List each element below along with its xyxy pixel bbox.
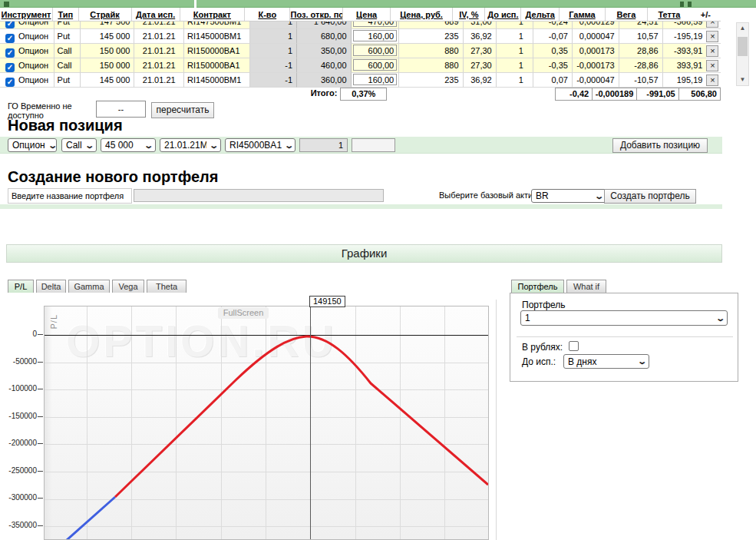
- tab-theta[interactable]: Theta: [147, 280, 187, 293]
- col-header-iv[interactable]: IV, %: [453, 8, 485, 21]
- col-header-strike[interactable]: Страйк: [79, 8, 132, 21]
- y-axis-label: -50000: [0, 357, 37, 366]
- col-header-price[interactable]: Цена: [343, 8, 390, 21]
- col-header-gamma[interactable]: Гамма: [560, 8, 605, 21]
- cell-days: 1: [497, 58, 533, 73]
- contract-select-value: RI45000BA1: [229, 140, 282, 151]
- y-axis-label: -100000: [0, 384, 37, 393]
- table-scrollbar[interactable]: ▲ ▼: [736, 22, 749, 86]
- col-header-exp-date[interactable]: Дата исп.: [132, 8, 180, 21]
- row-checkbox[interactable]: ✓: [5, 22, 15, 28]
- delete-row-button[interactable]: ×: [706, 45, 718, 57]
- row-checkbox[interactable]: ✓: [5, 48, 15, 58]
- delete-row-button[interactable]: ×: [706, 22, 718, 28]
- tab-pl[interactable]: P/L: [8, 280, 34, 293]
- window-action-icon[interactable]: [680, 2, 684, 7]
- col-header-instrument[interactable]: Инструмент: [0, 8, 53, 21]
- tab-portfolio[interactable]: Портфель: [511, 280, 564, 293]
- y-axis-tick: [38, 334, 43, 335]
- totals-vega: -991,05: [636, 88, 678, 101]
- portfolio-name-input[interactable]: [134, 189, 384, 202]
- expiry-select-value: 21.01.21М: [164, 140, 206, 151]
- cell-type: Put: [54, 29, 81, 44]
- cell-type: Call: [54, 44, 81, 58]
- cell-contract: RI150000BA1: [184, 58, 250, 73]
- cell-price-rub: 235: [399, 29, 463, 44]
- divider: [517, 336, 733, 337]
- scroll-down-icon[interactable]: ▼: [737, 75, 748, 85]
- window-action-icon[interactable]: [688, 2, 692, 7]
- pl-chart-plot[interactable]: OPTION.RU FullScreen P/L: [44, 306, 489, 540]
- col-header-delta[interactable]: Дельта: [521, 8, 560, 21]
- window-collapse-icon[interactable]: [4, 2, 9, 7]
- create-portfolio-button[interactable]: Создать портфель: [604, 189, 696, 204]
- cell-date: 21.01.21: [134, 58, 184, 73]
- cell-price-input[interactable]: 470,00: [353, 22, 398, 27]
- cell-price-input[interactable]: 160,00: [353, 74, 398, 85]
- delete-row-button[interactable]: ×: [706, 31, 718, 42]
- in-rubles-label: В рублях:: [522, 342, 563, 353]
- y-axis-label: -350000: [0, 521, 37, 529]
- cell-price-input[interactable]: 600,00: [353, 45, 398, 56]
- cell-instrument: Опцион: [18, 22, 48, 26]
- portfolio-title-bar: [0, 0, 756, 8]
- cell-date: 21.01.21: [134, 22, 184, 29]
- tab-what-if[interactable]: What if: [566, 280, 606, 293]
- section-strip: [0, 204, 722, 209]
- days-select[interactable]: В днях⌄: [563, 354, 649, 369]
- instrument-select[interactable]: Опцион⌄: [8, 138, 57, 152]
- cell-price-input[interactable]: 600,00: [353, 59, 398, 71]
- scrollbar-thumb[interactable]: [738, 37, 748, 56]
- tab-gamma[interactable]: Gamma: [68, 280, 110, 293]
- col-header-qty[interactable]: К-во: [245, 8, 290, 21]
- cell-vega: -10,57: [619, 73, 663, 88]
- portfolio-select[interactable]: 1⌄: [520, 310, 728, 326]
- divider: [194, 0, 196, 8]
- row-checkbox[interactable]: ✓: [5, 78, 15, 87]
- row-checkbox[interactable]: ✓: [5, 63, 15, 72]
- expiry-select[interactable]: 21.01.21М⌄: [160, 138, 221, 152]
- contract-select[interactable]: RI45000BA1⌄: [225, 138, 295, 152]
- table-row: ✓Опцион Put 147 500 21.01.21 RI147500BM1…: [0, 22, 721, 29]
- cell-qty: -1: [250, 58, 297, 73]
- row-checkbox[interactable]: ✓: [5, 34, 15, 43]
- cell-price-input[interactable]: 160,00: [353, 30, 398, 41]
- fullscreen-button[interactable]: FullScreen: [218, 307, 269, 319]
- y-axis-tick: [38, 362, 43, 363]
- cell-iv: 27,30: [464, 58, 497, 73]
- col-header-open-at[interactable]: Поз. откр. по: [290, 8, 343, 21]
- option-type-select[interactable]: Call⌄: [61, 138, 97, 152]
- totals-price-pct: 0,37%: [340, 88, 387, 101]
- tab-vega[interactable]: Vega: [112, 280, 144, 293]
- col-header-type[interactable]: Тип: [53, 8, 79, 21]
- col-header-price-rub[interactable]: Цена, руб.: [391, 8, 453, 21]
- cell-contract: RI145000BM1: [184, 29, 250, 44]
- y-axis-tick: [38, 443, 43, 444]
- margin-value-input[interactable]: --: [96, 101, 146, 118]
- cell-vega: -28,86: [619, 58, 663, 73]
- base-asset-select[interactable]: BR⌄: [531, 189, 606, 203]
- cell-iv: 27,30: [464, 44, 497, 58]
- cell-iv: 31,00: [464, 22, 497, 29]
- delete-row-button[interactable]: ×: [706, 60, 718, 71]
- price-input[interactable]: [352, 138, 395, 152]
- strike-select[interactable]: 45 000⌄: [101, 138, 156, 152]
- scroll-up-icon[interactable]: ▲: [737, 23, 748, 34]
- add-position-button[interactable]: Добавить позицию: [612, 138, 708, 153]
- recalculate-button[interactable]: пересчитать: [151, 102, 214, 118]
- cell-strike: 145 000: [81, 73, 135, 88]
- tab-delta[interactable]: Delta: [36, 280, 66, 293]
- delete-row-button[interactable]: ×: [706, 75, 718, 86]
- cell-instrument: Опцион: [18, 61, 48, 70]
- col-header-theta[interactable]: Тетта: [648, 8, 691, 21]
- quantity-input[interactable]: 1: [299, 138, 348, 152]
- chevron-down-icon: ⌄: [594, 191, 604, 201]
- col-header-days[interactable]: До исп.: [485, 8, 521, 21]
- col-header-plusminus: +/-: [691, 8, 721, 21]
- cell-theta: 393,91: [663, 58, 707, 73]
- cell-price-rub: 689: [399, 22, 463, 29]
- col-header-vega[interactable]: Вега: [606, 8, 649, 21]
- in-rubles-checkbox[interactable]: [569, 341, 579, 351]
- y-axis-title: P/L: [49, 314, 58, 330]
- col-header-contract[interactable]: Контракт: [180, 8, 245, 21]
